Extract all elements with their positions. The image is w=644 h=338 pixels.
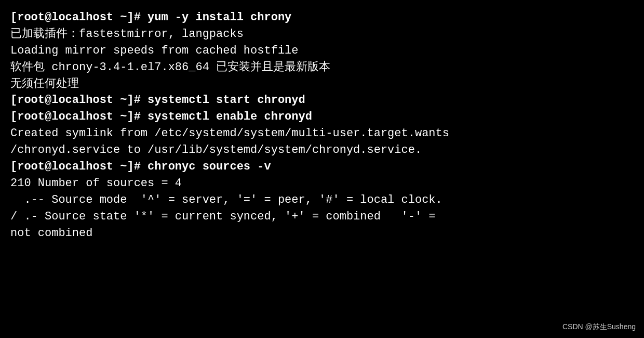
terminal-content: [root@localhost ~]# yum -y install chron… bbox=[10, 9, 634, 241]
terminal-line-2: Loading mirror speeds from cached hostfi… bbox=[10, 43, 634, 59]
terminal-line-8: /chronyd.service to /usr/lib/systemd/sys… bbox=[10, 142, 634, 159]
terminal-line-9: [root@localhost ~]# chronyc sources -v bbox=[10, 159, 634, 175]
terminal-line-10: 210 Number of sources = 4 bbox=[10, 175, 634, 192]
terminal-line-1: 已加载插件：fastestmirror, langpacks bbox=[10, 26, 634, 43]
terminal-line-3: 软件包 chrony-3.4-1.el7.x86_64 已安装并且是最新版本 bbox=[10, 59, 634, 76]
terminal-line-13: / .- Source state '*' = current synced, … bbox=[10, 209, 634, 225]
terminal-window: [root@localhost ~]# yum -y install chron… bbox=[0, 0, 644, 338]
watermark: CSDN @苏生Susheng bbox=[562, 322, 636, 332]
terminal-line-6: [root@localhost ~]# systemctl enable chr… bbox=[10, 109, 634, 125]
terminal-line-4: 无须任何处理 bbox=[10, 76, 634, 93]
terminal-line-12: .-- Source mode '^' = server, '=' = peer… bbox=[10, 192, 634, 209]
terminal-line-14: not combined bbox=[10, 225, 634, 242]
terminal-line-5: [root@localhost ~]# systemctl start chro… bbox=[10, 92, 634, 109]
terminal-line-0: [root@localhost ~]# yum -y install chron… bbox=[10, 9, 634, 26]
terminal-line-7: Created symlink from /etc/systemd/system… bbox=[10, 125, 634, 142]
